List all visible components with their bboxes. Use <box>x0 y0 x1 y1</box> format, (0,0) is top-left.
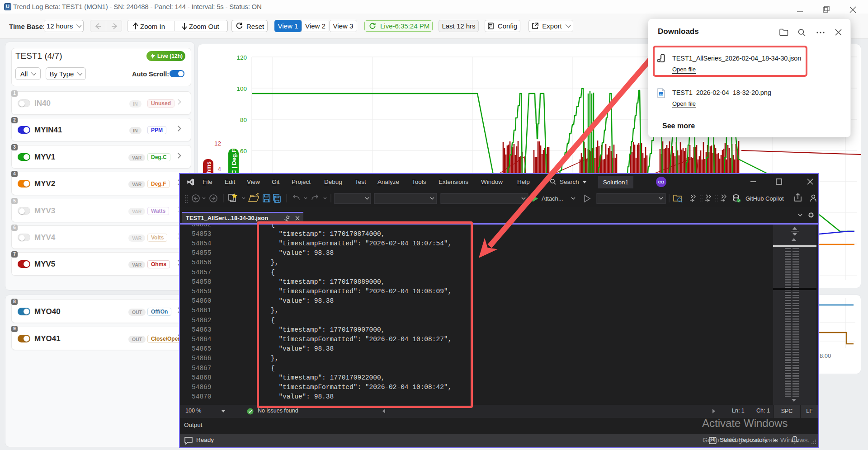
svg-text:12: 12 <box>214 140 221 147</box>
svg-text:60: 60 <box>240 148 247 155</box>
svg-text:4: 4 <box>217 166 221 173</box>
svg-text:120: 120 <box>236 54 247 61</box>
svg-text:8:00: 8:00 <box>820 352 831 359</box>
svg-text:80: 80 <box>240 117 247 123</box>
svg-text:100: 100 <box>236 85 247 92</box>
svg-text:GitHub Copilot: GitHub Copilot <box>745 195 784 202</box>
